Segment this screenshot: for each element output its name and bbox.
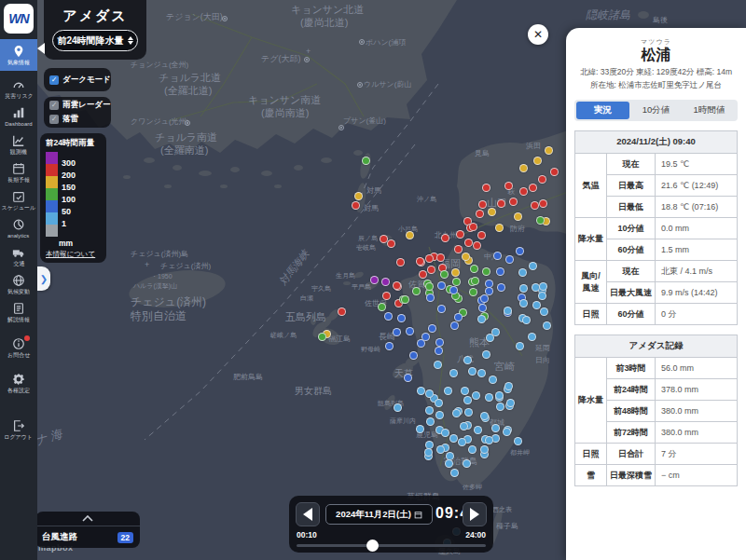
radar-checkbox[interactable]: ✓ bbox=[49, 101, 59, 110]
amedas-station-dot[interactable] bbox=[435, 399, 443, 407]
amedas-station-dot[interactable] bbox=[533, 157, 542, 165]
amedas-station-dot[interactable] bbox=[436, 253, 445, 262]
layer-select-dropdown[interactable]: 前24時間降水量 bbox=[52, 30, 138, 51]
amedas-station-dot[interactable] bbox=[396, 258, 405, 266]
panel-collapse-arrow-icon[interactable] bbox=[37, 43, 45, 54]
amedas-station-dot[interactable] bbox=[505, 255, 514, 264]
amedas-station-dot[interactable] bbox=[450, 469, 459, 477]
amedas-station-dot[interactable] bbox=[463, 459, 471, 468]
amedas-station-dot[interactable] bbox=[519, 299, 528, 307]
amedas-station-dot[interactable] bbox=[436, 445, 445, 454]
amedas-station-dot[interactable] bbox=[426, 417, 435, 426]
amedas-station-dot[interactable] bbox=[449, 286, 458, 294]
amedas-station-dot[interactable] bbox=[417, 339, 425, 348]
amedas-station-dot[interactable] bbox=[412, 287, 421, 295]
amedas-station-dot[interactable] bbox=[468, 445, 477, 454]
amedas-station-dot[interactable] bbox=[427, 266, 435, 274]
amedas-station-dot[interactable] bbox=[540, 307, 548, 316]
amedas-station-dot[interactable] bbox=[460, 422, 468, 430]
amedas-station-dot[interactable] bbox=[425, 254, 434, 263]
amedas-station-dot[interactable] bbox=[456, 230, 464, 239]
amedas-station-dot[interactable] bbox=[506, 399, 515, 407]
amedas-station-dot[interactable] bbox=[473, 241, 481, 250]
sidebar-item-transport[interactable]: 交通 bbox=[0, 242, 37, 270]
amedas-station-dot[interactable] bbox=[472, 391, 480, 400]
amedas-station-dot[interactable] bbox=[394, 403, 402, 412]
amedas-station-dot[interactable] bbox=[464, 408, 473, 417]
amedas-station-dot[interactable] bbox=[444, 387, 452, 395]
amedas-station-dot[interactable] bbox=[486, 334, 494, 342]
amedas-station-dot[interactable] bbox=[445, 459, 453, 468]
amedas-station-dot[interactable] bbox=[440, 270, 449, 279]
amedas-station-dot[interactable] bbox=[550, 168, 559, 176]
amedas-station-dot[interactable] bbox=[482, 267, 490, 276]
amedas-station-dot[interactable] bbox=[504, 307, 512, 315]
amedas-station-dot[interactable] bbox=[474, 426, 482, 434]
amedas-station-dot[interactable] bbox=[496, 267, 504, 276]
amedas-station-dot[interactable] bbox=[478, 200, 487, 209]
typhoon-track-item[interactable]: 台風進路 22 bbox=[35, 526, 140, 548]
amedas-station-dot[interactable] bbox=[378, 303, 386, 311]
amedas-station-dot[interactable] bbox=[384, 312, 393, 321]
amedas-station-dot[interactable] bbox=[509, 198, 518, 206]
amedas-station-dot[interactable] bbox=[404, 374, 412, 382]
amedas-station-dot[interactable] bbox=[491, 424, 500, 432]
amedas-station-dot[interactable] bbox=[516, 342, 524, 350]
amedas-station-dot[interactable] bbox=[434, 361, 442, 369]
sidebar-item-commentary[interactable]: 解説情報 bbox=[0, 298, 37, 326]
amedas-station-dot[interactable] bbox=[397, 314, 406, 322]
amedas-station-dot[interactable] bbox=[543, 321, 551, 330]
amedas-station-dot[interactable] bbox=[406, 327, 414, 335]
amedas-station-dot[interactable] bbox=[476, 210, 484, 218]
close-panel-button[interactable]: ✕ bbox=[528, 24, 548, 45]
amedas-station-dot[interactable] bbox=[452, 278, 461, 286]
sidebar-item-observation[interactable]: 観測機 bbox=[0, 130, 37, 158]
amedas-station-dot[interactable] bbox=[504, 382, 513, 390]
sidebar-item-schedule[interactable]: スケジュール bbox=[0, 186, 37, 214]
amedas-station-dot[interactable] bbox=[464, 239, 473, 247]
amedas-station-dot[interactable] bbox=[393, 328, 401, 336]
typhoon-panel-collapse[interactable] bbox=[35, 512, 140, 526]
amedas-station-dot[interactable] bbox=[454, 245, 463, 253]
amedas-station-dot[interactable] bbox=[482, 184, 490, 192]
amedas-station-dot[interactable] bbox=[441, 234, 449, 242]
amedas-station-dot[interactable] bbox=[480, 294, 489, 303]
lightning-checkbox[interactable]: ✓ bbox=[49, 115, 59, 124]
amedas-station-dot[interactable] bbox=[477, 231, 486, 239]
amedas-station-dot[interactable] bbox=[352, 201, 360, 210]
legend-info-link[interactable]: 本情報について bbox=[46, 250, 102, 259]
amedas-station-dot[interactable] bbox=[425, 389, 434, 398]
amedas-station-dot[interactable] bbox=[522, 316, 531, 324]
sidebar-item-logout[interactable]: ログアウト bbox=[0, 416, 37, 444]
amedas-station-dot[interactable] bbox=[528, 333, 536, 341]
dark-mode-checkbox[interactable]: ✓ bbox=[49, 75, 59, 85]
amedas-station-dot[interactable] bbox=[539, 199, 547, 208]
amedas-station-dot[interactable] bbox=[452, 409, 461, 417]
amedas-station-dot[interactable] bbox=[538, 292, 546, 300]
station-tab-0[interactable]: 実況 bbox=[576, 102, 629, 119]
sidebar-item-climate-change[interactable]: 気候変動 bbox=[0, 270, 37, 298]
amedas-station-dot[interactable] bbox=[480, 412, 489, 420]
sidebar-item-analytics[interactable]: analytics bbox=[0, 214, 37, 242]
amedas-station-dot[interactable] bbox=[529, 262, 537, 270]
amedas-station-dot[interactable] bbox=[338, 307, 346, 316]
station-tab-1[interactable]: 10分値 bbox=[629, 102, 683, 119]
amedas-station-dot[interactable] bbox=[497, 283, 505, 292]
amedas-station-dot[interactable] bbox=[416, 425, 424, 433]
amedas-station-dot[interactable] bbox=[441, 429, 449, 437]
amedas-station-dot[interactable] bbox=[482, 350, 490, 359]
amedas-station-dot[interactable] bbox=[318, 333, 326, 341]
amedas-station-dot[interactable] bbox=[463, 356, 472, 364]
amedas-station-dot[interactable] bbox=[449, 434, 458, 443]
amedas-station-dot[interactable] bbox=[477, 315, 486, 323]
amedas-station-dot[interactable] bbox=[419, 270, 427, 279]
amedas-station-dot[interactable] bbox=[518, 268, 527, 277]
amedas-station-dot[interactable] bbox=[516, 247, 524, 255]
amedas-station-dot[interactable] bbox=[471, 277, 479, 285]
amedas-station-dot[interactable] bbox=[354, 192, 363, 200]
amedas-station-dot[interactable] bbox=[385, 342, 394, 350]
amedas-station-dot[interactable] bbox=[461, 387, 469, 395]
amedas-station-dot[interactable] bbox=[519, 284, 528, 293]
amedas-station-dot[interactable] bbox=[519, 164, 528, 172]
prev-time-button[interactable] bbox=[296, 502, 320, 526]
